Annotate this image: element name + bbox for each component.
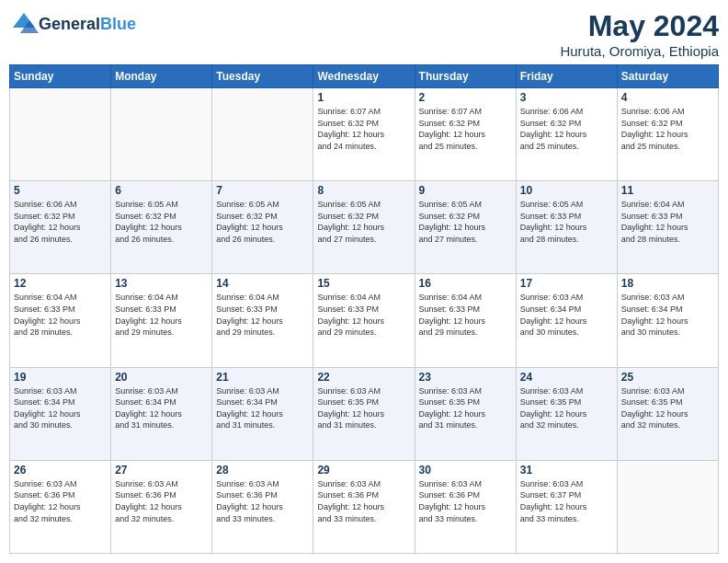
day-number: 22 <box>317 371 410 384</box>
table-row: 3Sunrise: 6:06 AM Sunset: 6:32 PM Daylig… <box>516 88 617 181</box>
table-row: 2Sunrise: 6:07 AM Sunset: 6:32 PM Daylig… <box>415 88 516 181</box>
location: Huruta, Oromiya, Ethiopia <box>560 43 719 59</box>
day-number: 14 <box>216 277 309 290</box>
table-row: 27Sunrise: 6:03 AM Sunset: 6:36 PM Dayli… <box>111 460 212 553</box>
day-info: Sunrise: 6:06 AM Sunset: 6:32 PM Dayligh… <box>14 199 107 245</box>
calendar-header-row: Sunday Monday Tuesday Wednesday Thursday… <box>10 65 719 88</box>
day-info: Sunrise: 6:06 AM Sunset: 6:32 PM Dayligh… <box>621 106 714 152</box>
day-number: 9 <box>419 184 512 197</box>
day-number: 13 <box>115 277 208 290</box>
day-number: 21 <box>216 371 309 384</box>
calendar-week-row: 26Sunrise: 6:03 AM Sunset: 6:36 PM Dayli… <box>10 460 719 553</box>
table-row: 21Sunrise: 6:03 AM Sunset: 6:34 PM Dayli… <box>212 367 313 460</box>
day-number: 24 <box>520 371 613 384</box>
col-wednesday: Wednesday <box>313 65 415 88</box>
table-row: 13Sunrise: 6:04 AM Sunset: 6:33 PM Dayli… <box>111 274 212 367</box>
table-row: 5Sunrise: 6:06 AM Sunset: 6:32 PM Daylig… <box>10 181 111 274</box>
day-number: 27 <box>115 464 208 477</box>
table-row: 1Sunrise: 6:07 AM Sunset: 6:32 PM Daylig… <box>313 88 415 181</box>
day-info: Sunrise: 6:03 AM Sunset: 6:36 PM Dayligh… <box>14 478 107 524</box>
day-number: 15 <box>317 277 410 290</box>
day-number: 5 <box>14 184 107 197</box>
table-row <box>10 88 111 181</box>
header: GeneralBlue May 2024 Huruta, Oromiya, Et… <box>9 9 719 59</box>
day-number: 8 <box>317 184 410 197</box>
day-info: Sunrise: 6:04 AM Sunset: 6:33 PM Dayligh… <box>317 292 410 338</box>
day-number: 12 <box>14 277 107 290</box>
calendar-table: Sunday Monday Tuesday Wednesday Thursday… <box>9 64 719 554</box>
logo-icon <box>9 9 39 39</box>
table-row: 28Sunrise: 6:03 AM Sunset: 6:36 PM Dayli… <box>212 460 313 553</box>
day-info: Sunrise: 6:05 AM Sunset: 6:32 PM Dayligh… <box>216 199 309 245</box>
col-friday: Friday <box>516 65 617 88</box>
day-info: Sunrise: 6:05 AM Sunset: 6:32 PM Dayligh… <box>115 199 208 245</box>
page: GeneralBlue May 2024 Huruta, Oromiya, Et… <box>0 0 728 563</box>
col-saturday: Saturday <box>617 65 718 88</box>
day-info: Sunrise: 6:03 AM Sunset: 6:35 PM Dayligh… <box>621 385 714 431</box>
day-number: 10 <box>520 184 613 197</box>
day-info: Sunrise: 6:04 AM Sunset: 6:33 PM Dayligh… <box>115 292 208 338</box>
table-row: 11Sunrise: 6:04 AM Sunset: 6:33 PM Dayli… <box>617 181 718 274</box>
day-number: 1 <box>317 91 410 104</box>
day-info: Sunrise: 6:04 AM Sunset: 6:33 PM Dayligh… <box>216 292 309 338</box>
table-row <box>111 88 212 181</box>
table-row: 22Sunrise: 6:03 AM Sunset: 6:35 PM Dayli… <box>313 367 415 460</box>
col-thursday: Thursday <box>415 65 516 88</box>
calendar-week-row: 1Sunrise: 6:07 AM Sunset: 6:32 PM Daylig… <box>10 88 719 181</box>
day-info: Sunrise: 6:06 AM Sunset: 6:32 PM Dayligh… <box>520 106 613 152</box>
day-info: Sunrise: 6:04 AM Sunset: 6:33 PM Dayligh… <box>419 292 512 338</box>
table-row: 17Sunrise: 6:03 AM Sunset: 6:34 PM Dayli… <box>516 274 617 367</box>
logo: GeneralBlue <box>9 9 136 39</box>
table-row: 8Sunrise: 6:05 AM Sunset: 6:32 PM Daylig… <box>313 181 415 274</box>
day-info: Sunrise: 6:03 AM Sunset: 6:34 PM Dayligh… <box>621 292 714 338</box>
day-number: 19 <box>14 371 107 384</box>
day-number: 30 <box>419 464 512 477</box>
day-info: Sunrise: 6:03 AM Sunset: 6:36 PM Dayligh… <box>419 478 512 524</box>
day-number: 29 <box>317 464 410 477</box>
day-number: 4 <box>621 91 714 104</box>
day-info: Sunrise: 6:04 AM Sunset: 6:33 PM Dayligh… <box>621 199 714 245</box>
day-info: Sunrise: 6:03 AM Sunset: 6:35 PM Dayligh… <box>419 385 512 431</box>
day-number: 6 <box>115 184 208 197</box>
day-number: 20 <box>115 371 208 384</box>
table-row: 6Sunrise: 6:05 AM Sunset: 6:32 PM Daylig… <box>111 181 212 274</box>
day-info: Sunrise: 6:03 AM Sunset: 6:36 PM Dayligh… <box>115 478 208 524</box>
day-number: 23 <box>419 371 512 384</box>
day-number: 31 <box>520 464 613 477</box>
day-number: 16 <box>419 277 512 290</box>
table-row <box>212 88 313 181</box>
table-row: 24Sunrise: 6:03 AM Sunset: 6:35 PM Dayli… <box>516 367 617 460</box>
day-number: 2 <box>419 91 512 104</box>
table-row: 29Sunrise: 6:03 AM Sunset: 6:36 PM Dayli… <box>313 460 415 553</box>
table-row: 4Sunrise: 6:06 AM Sunset: 6:32 PM Daylig… <box>617 88 718 181</box>
table-row: 18Sunrise: 6:03 AM Sunset: 6:34 PM Dayli… <box>617 274 718 367</box>
col-tuesday: Tuesday <box>212 65 313 88</box>
col-sunday: Sunday <box>10 65 111 88</box>
day-info: Sunrise: 6:03 AM Sunset: 6:36 PM Dayligh… <box>317 478 410 524</box>
calendar-week-row: 5Sunrise: 6:06 AM Sunset: 6:32 PM Daylig… <box>10 181 719 274</box>
table-row: 19Sunrise: 6:03 AM Sunset: 6:34 PM Dayli… <box>10 367 111 460</box>
table-row: 30Sunrise: 6:03 AM Sunset: 6:36 PM Dayli… <box>415 460 516 553</box>
table-row: 31Sunrise: 6:03 AM Sunset: 6:37 PM Dayli… <box>516 460 617 553</box>
day-number: 3 <box>520 91 613 104</box>
day-number: 7 <box>216 184 309 197</box>
table-row: 26Sunrise: 6:03 AM Sunset: 6:36 PM Dayli… <box>10 460 111 553</box>
day-info: Sunrise: 6:03 AM Sunset: 6:34 PM Dayligh… <box>216 385 309 431</box>
table-row: 15Sunrise: 6:04 AM Sunset: 6:33 PM Dayli… <box>313 274 415 367</box>
day-info: Sunrise: 6:03 AM Sunset: 6:37 PM Dayligh… <box>520 478 613 524</box>
day-info: Sunrise: 6:05 AM Sunset: 6:32 PM Dayligh… <box>419 199 512 245</box>
table-row: 16Sunrise: 6:04 AM Sunset: 6:33 PM Dayli… <box>415 274 516 367</box>
table-row <box>617 460 718 553</box>
day-info: Sunrise: 6:03 AM Sunset: 6:34 PM Dayligh… <box>520 292 613 338</box>
day-number: 11 <box>621 184 714 197</box>
col-monday: Monday <box>111 65 212 88</box>
day-info: Sunrise: 6:07 AM Sunset: 6:32 PM Dayligh… <box>419 106 512 152</box>
table-row: 14Sunrise: 6:04 AM Sunset: 6:33 PM Dayli… <box>212 274 313 367</box>
day-info: Sunrise: 6:05 AM Sunset: 6:32 PM Dayligh… <box>317 199 410 245</box>
table-row: 7Sunrise: 6:05 AM Sunset: 6:32 PM Daylig… <box>212 181 313 274</box>
day-number: 18 <box>621 277 714 290</box>
day-info: Sunrise: 6:03 AM Sunset: 6:34 PM Dayligh… <box>115 385 208 431</box>
table-row: 10Sunrise: 6:05 AM Sunset: 6:33 PM Dayli… <box>516 181 617 274</box>
logo-text-general: General <box>39 15 100 34</box>
logo-text-blue: Blue <box>100 15 136 34</box>
